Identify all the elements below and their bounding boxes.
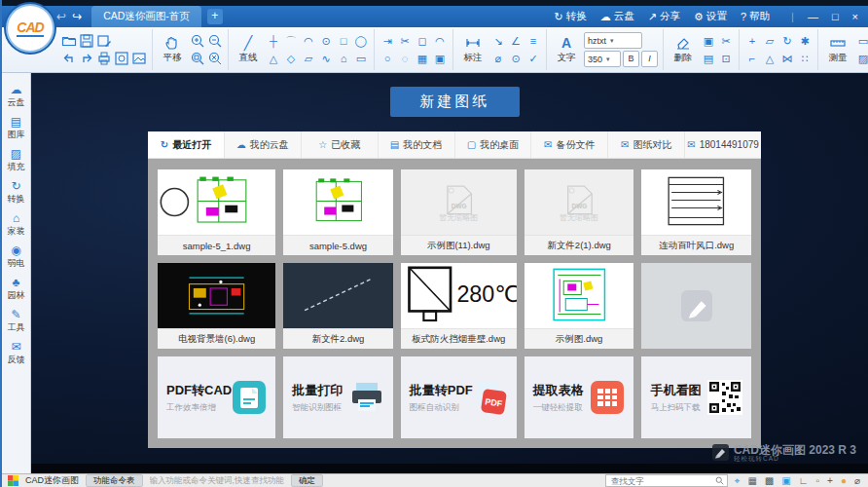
viewport-tool-icon[interactable]: ▭: [855, 33, 868, 49]
ellipse-tool-icon[interactable]: ◠: [301, 33, 316, 49]
close-button[interactable]: ×: [852, 11, 858, 22]
line-button[interactable]: ╱ 直线: [234, 36, 263, 64]
sidebar-item-tools[interactable]: ✎工具: [8, 308, 25, 334]
circle-center-tool-icon[interactable]: ⊙: [318, 33, 334, 49]
chamfer-tool-icon[interactable]: ◻: [415, 33, 430, 49]
zoom-out-icon[interactable]: [207, 33, 223, 49]
block-tool-icon[interactable]: ▣: [432, 51, 448, 66]
save-as-icon[interactable]: [96, 33, 112, 49]
point-tool-icon[interactable]: ┼: [266, 33, 281, 49]
rotate-tool-icon[interactable]: ↻: [779, 33, 795, 49]
fillet-tool-icon[interactable]: ◠: [432, 33, 448, 49]
crosshair-icon[interactable]: +: [827, 476, 833, 486]
radius-dim-tool-icon[interactable]: ⊙: [508, 51, 524, 66]
command-search-hint[interactable]: 输入功能或命令关键词,快速查找功能: [150, 475, 284, 487]
revision-cloud-tool-icon[interactable]: ◌: [397, 51, 413, 66]
open-folder-icon[interactable]: [61, 33, 77, 49]
zoom-extents-icon[interactable]: [207, 51, 223, 66]
file-card[interactable]: DWG 暂无缩略图 示例图(11).dwg: [401, 169, 517, 255]
parallelogram-tool-icon[interactable]: ▱: [301, 51, 316, 66]
triangle-tool-icon[interactable]: △: [266, 51, 281, 66]
tab-my-cloud[interactable]: ☁我的云盘: [225, 131, 302, 158]
angle-dim-tool-icon[interactable]: ∠: [508, 33, 524, 49]
rect-wide-tool-icon[interactable]: ▭: [353, 51, 369, 66]
zoom-window-icon[interactable]: [190, 51, 205, 66]
sidebar-item-home-decor[interactable]: ⌂家装: [8, 211, 25, 238]
move-tool-icon[interactable]: +: [744, 33, 760, 49]
clean-screen-icon[interactable]: ⌀: [854, 476, 860, 486]
trim-tool-icon[interactable]: ⇥: [380, 33, 395, 49]
offset-tool-icon[interactable]: ⌐: [744, 51, 760, 66]
insert-image-icon[interactable]: [131, 51, 147, 66]
copy-tool-icon[interactable]: ▣: [701, 33, 716, 49]
sidebar-item-hatch[interactable]: ▨填充: [8, 147, 25, 173]
feature-card-pdf-to-cad[interactable]: PDF转CAD 工作效率倍增: [158, 356, 275, 438]
sidebar-item-cloud[interactable]: ☁云盘: [8, 83, 25, 109]
undo-icon[interactable]: [61, 51, 77, 66]
command-table-button[interactable]: 功能命令表: [86, 474, 143, 487]
tab-recent[interactable]: ↻最近打开: [148, 131, 225, 158]
settings-button[interactable]: ⚙ 设置: [694, 10, 727, 23]
ortho-icon[interactable]: ∟: [799, 476, 809, 486]
sidebar-item-library[interactable]: ▤图库: [8, 115, 25, 141]
leader-tool-icon[interactable]: ↘: [490, 33, 506, 49]
tab-my-documents[interactable]: ▤我的文档: [379, 131, 455, 158]
sidebar-item-feedback[interactable]: ✉反馈: [8, 340, 25, 366]
grid-icon[interactable]: ▦: [747, 476, 756, 486]
save-icon[interactable]: [79, 33, 94, 49]
dot-grid-icon[interactable]: ▩: [765, 476, 774, 486]
file-card[interactable]: sample-5_1.dwg: [158, 169, 275, 255]
tab-favorites[interactable]: ☆已收藏: [302, 131, 379, 158]
maximize-button[interactable]: □: [832, 11, 839, 22]
tab-my-desktop[interactable]: ▢我的桌面: [455, 131, 532, 158]
stretch-tool-icon[interactable]: △: [762, 51, 778, 66]
print-icon[interactable]: [96, 51, 112, 66]
sidebar-item-convert[interactable]: ↻转换: [8, 179, 25, 206]
color-ball-icon[interactable]: ●: [841, 476, 847, 486]
sidebar-item-landscape[interactable]: ♣园林: [8, 276, 25, 302]
tab-backup-files[interactable]: ✉备份文件: [531, 131, 608, 158]
file-card[interactable]: 280℃ 板式防火挡烟垂壁.dwg: [401, 263, 517, 349]
hatch-tool-icon[interactable]: ▦: [415, 51, 430, 66]
find-text-input[interactable]: [609, 475, 712, 487]
diameter-dim-tool-icon[interactable]: ⌀: [490, 51, 506, 66]
convert-button[interactable]: ↻ 转换: [555, 10, 587, 23]
spline-tool-icon[interactable]: ∿: [318, 51, 334, 66]
circle-tool-icon[interactable]: ◯: [353, 33, 369, 49]
scale-tool-icon[interactable]: ▱: [762, 33, 778, 49]
new-tab-button[interactable]: +: [207, 9, 223, 24]
donut-tool-icon[interactable]: ○: [380, 51, 395, 66]
pickbox-icon[interactable]: ▫: [816, 476, 820, 486]
osnap-icon[interactable]: ▣: [781, 476, 790, 486]
search-icon[interactable]: [715, 476, 724, 485]
app-logo[interactable]: CAD: [6, 4, 54, 53]
erase-button[interactable]: 删除: [669, 35, 698, 64]
cloud-button[interactable]: ☁ 云盘: [600, 10, 634, 23]
array-tool-icon[interactable]: ∷: [797, 51, 813, 66]
mirror-tool-icon[interactable]: ⋈: [779, 51, 795, 66]
tolerance-tool-icon[interactable]: ✓: [525, 51, 541, 66]
pan-button[interactable]: 平移: [158, 35, 187, 64]
match-properties-tool-icon[interactable]: ⊡: [718, 51, 734, 66]
file-card[interactable]: 新文件2.dwg: [283, 263, 393, 349]
back-arrow-icon[interactable]: ↩: [56, 10, 66, 23]
file-card[interactable]: DWG 暂无缩略图 新文件2(1).dwg: [524, 169, 634, 255]
explode-tool-icon[interactable]: ✱: [797, 33, 813, 49]
tab-account[interactable]: ✉18014491079: [685, 131, 761, 158]
command-line-strip[interactable]: [31, 464, 868, 473]
arc-tool-icon[interactable]: ⌒: [283, 33, 299, 49]
measure-button[interactable]: 测量: [823, 35, 852, 64]
document-tab[interactable]: CAD迷你画图-首页: [91, 6, 201, 27]
italic-button[interactable]: I: [641, 51, 658, 67]
tab-drawing-compare[interactable]: ✉图纸对比: [608, 131, 685, 158]
rectangle-tool-icon[interactable]: □: [336, 33, 351, 49]
file-card[interactable]: sample-5.dwg: [283, 169, 393, 255]
file-card[interactable]: 示例图.dwg: [524, 263, 634, 349]
font-size-select[interactable]: 350 ▾: [584, 51, 621, 67]
zoom-in-icon[interactable]: [190, 33, 205, 49]
redo-icon[interactable]: [79, 51, 94, 66]
dimension-button[interactable]: 标注: [458, 35, 488, 64]
linear-dim-tool-icon[interactable]: ≡: [525, 33, 541, 49]
bold-button[interactable]: B: [623, 51, 639, 67]
home-shape-tool-icon[interactable]: ⌂: [336, 51, 351, 66]
